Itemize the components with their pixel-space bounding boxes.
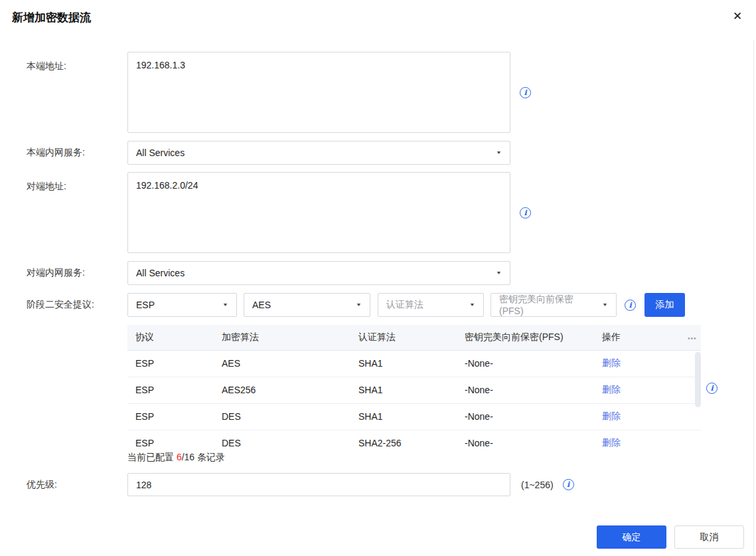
proposal-label: 阶段二安全提议: <box>27 299 127 311</box>
table-row: ESP DES SHA2-256 -None- 删除 <box>127 430 701 447</box>
cell-encryption: AES <box>214 350 350 377</box>
count-suffix: /16 条记录 <box>182 452 225 462</box>
info-icon[interactable]: i <box>706 383 718 394</box>
dialog-title: 新增加密数据流 <box>12 10 91 25</box>
peer-service-label: 对端内网服务: <box>27 267 127 279</box>
add-encrypted-flow-dialog: 新增加密数据流 ✕ 本端地址: 192.168.1.3 i 本端内网服务: Al… <box>0 0 756 556</box>
cancel-button[interactable]: 取消 <box>674 525 744 549</box>
cell-encryption: DES <box>214 403 350 430</box>
table-row: ESP AES256 SHA1 -None- 删除 <box>127 377 701 403</box>
delete-link[interactable]: 删除 <box>602 437 621 447</box>
header-pfs: 密钥完美向前保密(PFS) <box>457 325 594 350</box>
cell-encryption: DES <box>214 430 350 447</box>
table-row: ESP AES SHA1 -None- 删除 <box>127 350 701 377</box>
local-service-select[interactable]: All Services ▼ <box>127 141 510 165</box>
cell-pfs: -None- <box>457 377 594 403</box>
delete-link[interactable]: 删除 <box>602 384 621 395</box>
local-address-label: 本端地址: <box>27 52 127 72</box>
priority-row: 优先级: (1~256) i <box>27 473 740 496</box>
priority-input[interactable] <box>127 473 510 496</box>
dialog-footer: 确定 取消 <box>597 525 744 549</box>
peer-service-select[interactable]: All Services ▼ <box>127 261 510 285</box>
protocol-select[interactable]: ESP ▼ <box>127 293 237 317</box>
cell-encryption: AES256 <box>214 377 350 403</box>
info-icon[interactable]: i <box>563 479 574 490</box>
table-scrollbar[interactable] <box>695 352 701 407</box>
chevron-down-icon: ▼ <box>222 302 228 308</box>
cell-pfs: -None- <box>457 430 594 447</box>
flow-form: 本端地址: 192.168.1.3 i 本端内网服务: All Services… <box>27 52 740 496</box>
delete-link[interactable]: 删除 <box>602 411 621 421</box>
header-encryption: 加密算法 <box>214 325 350 350</box>
table-row: ESP DES SHA1 -None- 删除 <box>127 403 701 430</box>
proposal-table: 协议 加密算法 认证算法 密钥完美向前保密(PFS) 操作 ••• ESP AE… <box>127 325 701 447</box>
cell-auth: SHA1 <box>350 403 457 430</box>
cell-protocol: ESP <box>127 377 214 403</box>
count-current: 6 <box>177 452 182 462</box>
info-icon[interactable]: i <box>625 300 636 311</box>
ok-button[interactable]: 确定 <box>597 525 666 549</box>
peer-address-row: 对端地址: 192.168.2.0/24 i <box>27 172 740 253</box>
header-protocol: 协议 <box>127 325 214 350</box>
chevron-down-icon: ▼ <box>469 302 475 308</box>
priority-label: 优先级: <box>27 479 127 491</box>
peer-address-textarea[interactable]: 192.168.2.0/24 <box>127 172 510 253</box>
info-icon[interactable]: i <box>520 87 531 98</box>
header-action: 操作 <box>594 325 685 350</box>
local-service-value: All Services <box>136 147 185 158</box>
chevron-down-icon: ▼ <box>602 302 608 308</box>
chevron-down-icon: ▼ <box>496 150 502 155</box>
delete-link[interactable]: 删除 <box>602 357 621 368</box>
dialog-scroll-track <box>753 40 754 556</box>
header-auth: 认证算法 <box>350 325 457 350</box>
peer-service-row: 对端内网服务: All Services ▼ <box>27 261 740 285</box>
local-address-row: 本端地址: 192.168.1.3 i <box>27 52 740 133</box>
peer-address-label: 对端地址: <box>27 172 127 193</box>
proposal-row: 阶段二安全提议: ESP ▼ AES ▼ 认证算法 ▼ 密钥完美向前保密(PFS… <box>27 293 740 317</box>
chevron-down-icon: ▼ <box>356 302 362 308</box>
auth-algorithm-select[interactable]: 认证算法 ▼ <box>378 293 484 317</box>
table-header-row: 协议 加密算法 认证算法 密钥完美向前保密(PFS) 操作 ••• <box>127 325 701 350</box>
local-service-label: 本端内网服务: <box>27 147 127 159</box>
local-service-row: 本端内网服务: All Services ▼ <box>27 141 740 165</box>
priority-range-hint: (1~256) <box>521 480 554 490</box>
cell-auth: SHA1 <box>350 377 457 403</box>
cell-auth: SHA2-256 <box>350 430 457 447</box>
local-address-textarea[interactable]: 192.168.1.3 <box>127 52 510 133</box>
cell-pfs: -None- <box>457 350 594 377</box>
cell-pfs: -None- <box>457 403 594 430</box>
count-prefix: 当前已配置 <box>127 452 177 462</box>
add-proposal-button[interactable]: 添加 <box>644 293 685 317</box>
cell-auth: SHA1 <box>350 350 457 377</box>
pfs-select[interactable]: 密钥完美向前保密(PFS) ▼ <box>491 293 617 317</box>
peer-service-value: All Services <box>136 268 185 278</box>
auth-algorithm-placeholder: 认证算法 <box>386 299 423 311</box>
cell-protocol: ESP <box>127 350 214 377</box>
protocol-value: ESP <box>136 300 155 310</box>
encryption-value: AES <box>252 300 271 310</box>
info-icon[interactable]: i <box>520 207 531 219</box>
record-count: 当前已配置 6/16 条记录 <box>127 452 740 464</box>
column-settings-icon[interactable]: ••• <box>688 335 697 342</box>
encryption-select[interactable]: AES ▼ <box>244 293 370 317</box>
close-icon[interactable]: ✕ <box>730 9 745 23</box>
pfs-placeholder: 密钥完美向前保密(PFS) <box>499 294 597 316</box>
chevron-down-icon: ▼ <box>496 270 502 276</box>
cell-protocol: ESP <box>127 430 214 447</box>
cell-protocol: ESP <box>127 403 214 430</box>
